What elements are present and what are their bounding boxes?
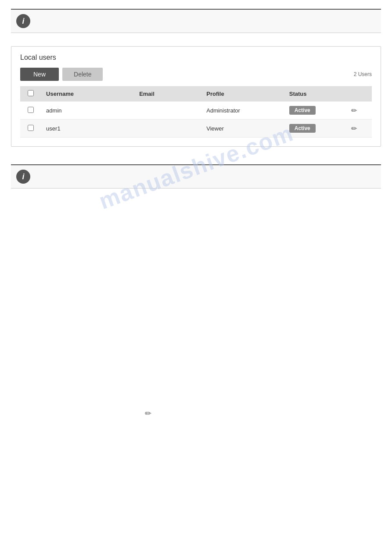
cell-username-admin: admin: [41, 102, 134, 120]
info-icon-bottom: i: [16, 170, 30, 184]
delete-button[interactable]: Delete: [62, 68, 103, 81]
table-row: admin Administrator Active ✏: [20, 102, 372, 120]
col-header-status: Status: [284, 86, 346, 102]
bottom-edit-icon[interactable]: ✏: [145, 409, 151, 418]
col-header-username: Username: [41, 86, 134, 102]
col-header-profile: Profile: [201, 86, 284, 102]
cell-email-user1: [134, 120, 201, 138]
cell-profile-user1: Viewer: [201, 120, 284, 138]
user-count: 2 Users: [354, 71, 372, 77]
edit-icon-user1[interactable]: ✏: [351, 125, 357, 132]
cell-action-admin: ✏: [346, 102, 372, 120]
col-header-check: [20, 86, 41, 102]
cell-status-user1: Active: [284, 120, 346, 138]
new-button[interactable]: New: [20, 68, 59, 81]
cell-action-user1: ✏: [346, 120, 372, 138]
row-check-cell: [20, 120, 41, 138]
table-header-row: Username Email Profile Status: [20, 86, 372, 102]
toolbar: New Delete 2 Users: [20, 68, 372, 81]
cell-profile-admin: Administrator: [201, 102, 284, 120]
info-banner-bottom: i: [11, 164, 381, 189]
page-wrapper: manualshive.com i Local users New Delete…: [0, 0, 392, 555]
cell-username-user1: user1: [41, 120, 134, 138]
panel-title: Local users: [20, 54, 372, 62]
local-users-panel: Local users New Delete 2 Users Username …: [11, 46, 381, 147]
users-table: Username Email Profile Status admin Admi…: [20, 86, 372, 138]
cell-email-admin: [134, 102, 201, 120]
col-header-action: [346, 86, 372, 102]
row-checkbox-admin[interactable]: [28, 107, 34, 113]
row-check-cell: [20, 102, 41, 120]
status-badge-user1: Active: [289, 124, 316, 133]
cell-status-admin: Active: [284, 102, 346, 120]
toolbar-left: New Delete: [20, 68, 103, 81]
select-all-checkbox[interactable]: [28, 90, 34, 96]
status-badge-admin: Active: [289, 106, 316, 115]
info-banner-top: i: [11, 9, 381, 33]
row-checkbox-user1[interactable]: [28, 125, 34, 131]
edit-icon-admin[interactable]: ✏: [351, 107, 357, 114]
info-icon-top: i: [16, 14, 30, 28]
table-row: user1 Viewer Active ✏: [20, 120, 372, 138]
col-header-email: Email: [134, 86, 201, 102]
